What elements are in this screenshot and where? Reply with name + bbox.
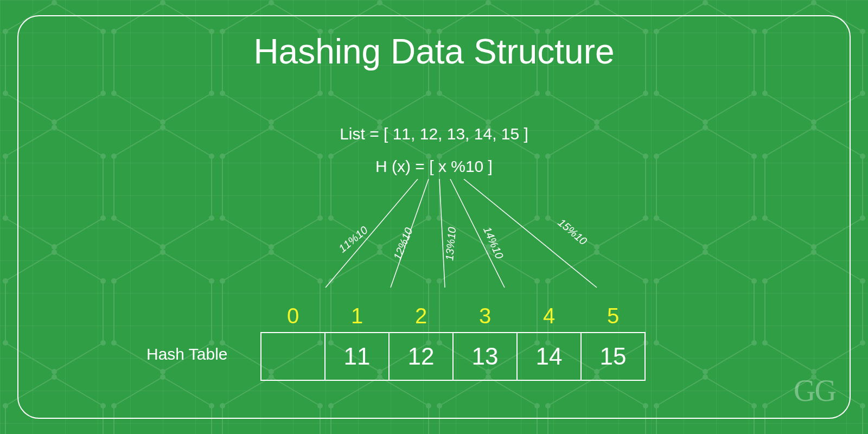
hash-table-label: Hash Table	[146, 345, 228, 363]
index-label: 5	[580, 304, 646, 328]
hash-table: 1112131415	[260, 332, 646, 381]
hash-table-cell: 15	[580, 332, 646, 381]
hash-table-cell: 11	[324, 332, 390, 381]
gfg-logo: GG	[794, 373, 835, 408]
list-definition: List = [ 11, 12, 13, 14, 15 ]	[0, 125, 868, 143]
hash-table-cell: 14	[516, 332, 582, 381]
hash-arrow-label: 11%10	[336, 224, 370, 256]
hash-table-cell	[260, 332, 326, 381]
index-label: 3	[452, 304, 518, 328]
hash-arrow-label: 13%10	[443, 226, 458, 261]
hash-table-cell: 12	[388, 332, 454, 381]
diagram-title: Hashing Data Structure	[0, 31, 868, 72]
index-label: 2	[388, 304, 454, 328]
hash-table-cell: 13	[452, 332, 518, 381]
index-label: 0	[260, 304, 326, 328]
index-label: 4	[516, 304, 582, 328]
hash-arrow-label: 12%10	[391, 226, 416, 261]
hash-arrow-label: 15%10	[556, 216, 589, 248]
arrow-labels-layer: 11%1012%1013%1014%1015%10	[0, 179, 868, 315]
index-label: 1	[324, 304, 390, 328]
hash-arrow-label: 14%10	[481, 225, 506, 260]
hash-function: H (x) = [ x %10 ]	[0, 157, 868, 176]
